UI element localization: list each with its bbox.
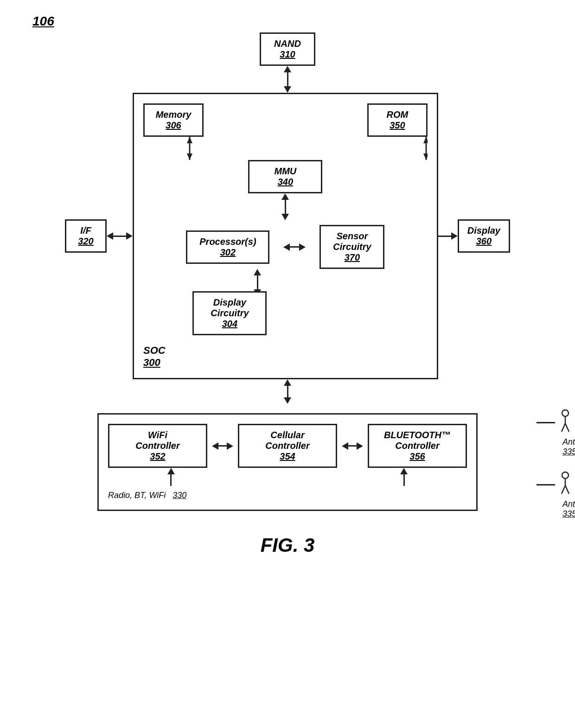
display-circuitry-section: Display Circuitry 304 [88, 291, 372, 335]
svg-line-12 [562, 485, 565, 494]
arrow-cellular-bt [342, 442, 363, 450]
bluetooth-label2: Controller [377, 441, 457, 451]
processor-label: Processor(s) [196, 236, 260, 247]
soc-box: Memory 306 ROM 350 [133, 93, 438, 379]
diagram-label: 106 [32, 14, 54, 29]
wifi-num: 352 [118, 451, 198, 462]
display-ext-block: Display 360 [458, 219, 510, 253]
arrow-proc-sensor [283, 243, 306, 251]
wifi-label1: WiFi [118, 430, 198, 441]
antenna-b-group: Antenna 335b [537, 471, 575, 519]
display-circuitry-block: Display Circuitry 304 [192, 291, 267, 335]
radio-label: Radio, BT, WiFi 330 [108, 491, 467, 500]
radio-num: 330 [172, 491, 186, 500]
mmu-label: MMU [258, 166, 313, 177]
nand-num: 310 [272, 49, 303, 60]
svg-line-9 [565, 423, 569, 432]
memory-block: Memory 306 [143, 103, 204, 137]
display-circ-label1: Display [202, 297, 257, 308]
arrow-soc-radio [284, 379, 291, 404]
antenna-b-line [537, 484, 555, 485]
arrow-soc-display [438, 232, 458, 240]
antenna-b-symbol [561, 471, 575, 498]
mem-rom-row: Memory 306 ROM 350 [143, 103, 428, 137]
nand-label: NAND [272, 38, 303, 49]
antenna-a-label: Antenna [562, 437, 575, 447]
antenna-a-line [537, 422, 555, 423]
svg-line-13 [565, 485, 569, 494]
nand-block: NAND 310 [260, 32, 315, 66]
svg-marker-4 [423, 137, 428, 143]
sensor-label1: Sensor [329, 231, 375, 242]
diagram-wrapper: 106 NAND 310 I/F 320 [32, 14, 543, 556]
sensor-num: 370 [329, 252, 375, 263]
bluetooth-label1: BLUETOOTH™ [377, 430, 457, 441]
svg-point-6 [562, 410, 569, 416]
arrow-nand-to-soc [284, 66, 291, 93]
memory-label: Memory [153, 109, 194, 120]
radio-box: WiFi Controller 352 Cellular Controller [97, 413, 478, 511]
arrow-if-soc [107, 232, 133, 240]
mmu-block: MMU 340 [248, 160, 322, 193]
rom-label: ROM [377, 109, 418, 120]
svg-line-8 [562, 423, 565, 432]
arrow-mmu-proc [281, 193, 289, 220]
radio-inner-row: WiFi Controller 352 Cellular Controller [108, 424, 467, 468]
bluetooth-block: BLUETOOTH™ Controller 356 [368, 424, 467, 468]
display-circ-num: 304 [202, 319, 257, 329]
sensor-label2: Circuitry [329, 242, 375, 252]
mmu-num: 340 [258, 177, 313, 187]
cellular-block: Cellular Controller 354 [238, 424, 337, 468]
wifi-block: WiFi Controller 352 [108, 424, 207, 468]
diagram-main: NAND 310 I/F 320 [65, 32, 510, 511]
svg-marker-1 [187, 137, 192, 143]
antenna-b-num: 335b [562, 509, 575, 518]
antenna-a-group: Antenna 335a [537, 409, 575, 457]
svg-marker-5 [423, 153, 428, 160]
rom-block: ROM 350 [367, 103, 428, 137]
svg-marker-2 [187, 153, 192, 160]
cellular-num: 354 [248, 451, 327, 462]
soc-label: SOC [143, 345, 166, 357]
if-block: I/F 320 [65, 219, 107, 253]
display-ext-num: 360 [467, 236, 500, 247]
radio-label-text: Radio, BT, WiFi [108, 491, 166, 500]
connection-svg [143, 137, 428, 165]
arrow-bt-down [400, 468, 408, 486]
display-circ-label2: Circuitry [202, 308, 257, 319]
if-num: 320 [75, 236, 97, 247]
mmu-connections [143, 137, 428, 165]
cellular-label2: Controller [248, 441, 327, 451]
rom-num: 350 [377, 120, 418, 131]
cellular-label1: Cellular [248, 430, 327, 441]
if-label: I/F [75, 225, 97, 236]
fig-caption: FIG. 3 [261, 534, 315, 556]
sensor-circuitry-block: Sensor Circuitry 370 [319, 225, 384, 269]
antenna-b-label: Antenna [562, 499, 575, 509]
soc-num: 300 [143, 357, 160, 369]
antenna-group: Antenna 335a [537, 409, 575, 519]
arrow-wifi-cellular [212, 442, 233, 450]
processor-block: Processor(s) 302 [186, 230, 269, 264]
bluetooth-num: 356 [377, 451, 457, 462]
display-ext-label: Display [467, 225, 500, 236]
antenna-a-symbol [561, 409, 575, 436]
antenna-a-num: 335a [562, 447, 575, 456]
proc-sensor-row: Processor(s) 302 Sensor Circuitry 370 [143, 225, 428, 269]
memory-num: 306 [153, 120, 194, 131]
arrow-wifi-down [167, 468, 175, 486]
wifi-label2: Controller [118, 441, 198, 451]
processor-num: 302 [196, 247, 260, 258]
svg-point-10 [562, 472, 569, 479]
